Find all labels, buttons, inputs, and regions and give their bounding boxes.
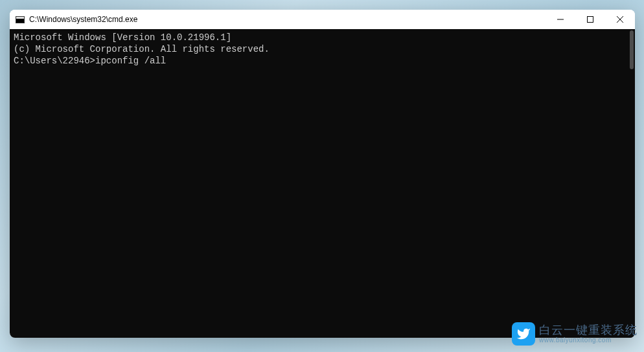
minimize-icon bbox=[557, 16, 564, 23]
cmd-window: C:\Windows\system32\cmd.exe Microsoft bbox=[10, 10, 635, 338]
watermark-logo-icon bbox=[512, 322, 535, 346]
terminal-command: ipconfig /all bbox=[95, 56, 166, 66]
titlebar[interactable]: C:\Windows\system32\cmd.exe bbox=[10, 10, 635, 29]
terminal-output-line: (c) Microsoft Corporation. All rights re… bbox=[14, 43, 631, 55]
close-button[interactable] bbox=[605, 10, 635, 29]
terminal-prompt-line: C:\Users\22946>ipconfig /all bbox=[14, 55, 631, 67]
terminal-output-line: Microsoft Windows [Version 10.0.21996.1] bbox=[14, 32, 631, 43]
close-icon bbox=[617, 16, 623, 23]
minimize-button[interactable] bbox=[546, 10, 575, 29]
terminal-prompt: C:\Users\22946> bbox=[14, 56, 95, 66]
svg-rect-1 bbox=[588, 17, 593, 23]
maximize-button[interactable] bbox=[575, 10, 605, 29]
watermark-url: www.baiyunxitong.com bbox=[539, 336, 638, 344]
window-controls bbox=[546, 10, 635, 29]
watermark: 白云一键重装系统 www.baiyunxitong.com bbox=[512, 322, 638, 346]
watermark-text: 白云一键重装系统 www.baiyunxitong.com bbox=[539, 324, 638, 344]
terminal-content[interactable]: Microsoft Windows [Version 10.0.21996.1]… bbox=[10, 29, 635, 338]
window-title: C:\Windows\system32\cmd.exe bbox=[29, 15, 546, 24]
terminal-scrollbar[interactable] bbox=[625, 29, 635, 338]
scrollbar-thumb[interactable] bbox=[630, 30, 634, 69]
watermark-main-text: 白云一键重装系统 bbox=[539, 324, 638, 337]
cmd-app-icon bbox=[15, 14, 25, 25]
maximize-icon bbox=[587, 16, 593, 23]
